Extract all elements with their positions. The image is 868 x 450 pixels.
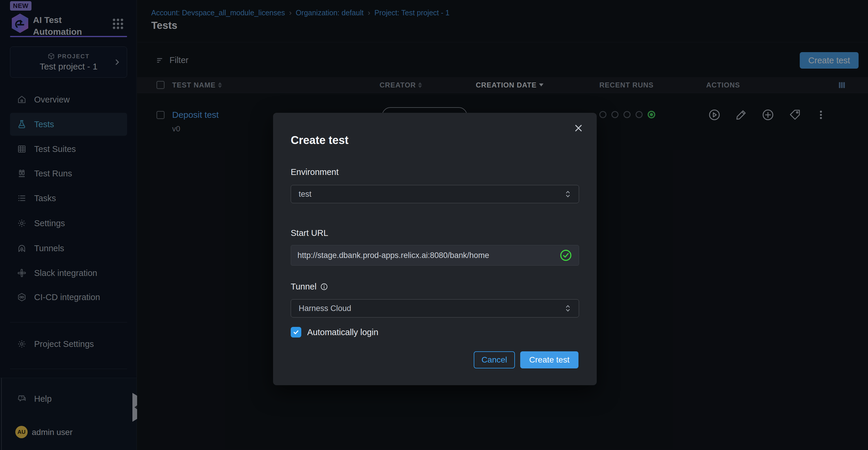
valid-check-icon <box>559 249 572 262</box>
close-icon[interactable] <box>572 122 585 135</box>
start-url-value: http://stage.dbank.prod-apps.relicx.ai:8… <box>298 251 559 260</box>
chevron-updown-icon <box>565 304 571 313</box>
modal-title: Create test <box>291 134 348 147</box>
modal-footer: Cancel Create test <box>474 351 579 368</box>
tunnel-label: Tunnel <box>291 282 328 291</box>
environment-value: test <box>299 190 565 199</box>
tunnel-value: Harness Cloud <box>299 304 565 313</box>
auto-login-label: Automatically login <box>307 328 378 337</box>
create-test-modal: Create test Environment test Start URL h… <box>273 113 597 385</box>
auto-login-row: Automatically login <box>291 327 378 337</box>
environment-select[interactable]: test <box>291 185 579 203</box>
start-url-input[interactable]: http://stage.dbank.prod-apps.relicx.ai:8… <box>291 245 579 265</box>
info-icon[interactable] <box>320 283 328 291</box>
app-screen: NEW AI Test Automation <box>0 0 868 450</box>
cancel-button[interactable]: Cancel <box>474 351 515 368</box>
environment-label: Environment <box>291 167 339 177</box>
tunnel-select[interactable]: Harness Cloud <box>291 299 579 317</box>
modal-create-test-button[interactable]: Create test <box>520 351 579 368</box>
start-url-label: Start URL <box>291 228 328 238</box>
chevron-updown-icon <box>565 190 571 198</box>
auto-login-checkbox[interactable] <box>291 327 301 337</box>
